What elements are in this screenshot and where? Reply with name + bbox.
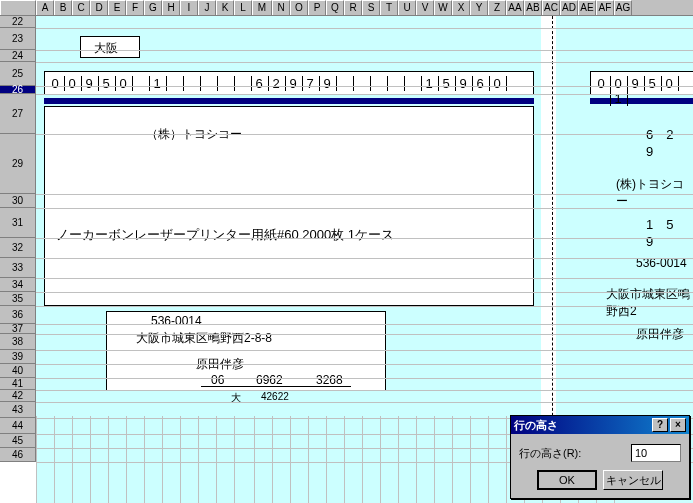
row-header-30[interactable]: 30 (0, 194, 36, 208)
col-header-K[interactable]: K (216, 0, 234, 15)
col-header-AE[interactable]: AE (578, 0, 596, 15)
col-header-N[interactable]: N (272, 0, 290, 15)
col-header-D[interactable]: D (90, 0, 108, 15)
ok-button[interactable]: OK (537, 470, 597, 490)
col-header-M[interactable]: M (252, 0, 272, 15)
row-header-35[interactable]: 35 (0, 292, 36, 306)
col-header-AB[interactable]: AB (524, 0, 542, 15)
col-header-P[interactable]: P (308, 0, 326, 15)
cell-phone1: 06 (211, 373, 224, 387)
row-header-27[interactable]: 27 (0, 94, 36, 134)
row-header-44[interactable]: 44 (0, 418, 36, 434)
col-header-I[interactable]: I (180, 0, 198, 15)
row-header-34[interactable]: 34 (0, 278, 36, 292)
row-header-43[interactable]: 43 (0, 402, 36, 418)
row-header-32[interactable]: 32 (0, 238, 36, 258)
col-header-G[interactable]: G (144, 0, 162, 15)
cell-osaka: 大阪 (94, 40, 118, 57)
cell-phone2: 6962 (256, 373, 283, 387)
close-button[interactable]: × (670, 418, 686, 432)
col-header-Z[interactable]: Z (488, 0, 506, 15)
col-header-R[interactable]: R (344, 0, 362, 15)
cell-r27r-num: 6 2 9 (646, 126, 693, 159)
col-header-O[interactable]: O (290, 0, 308, 15)
row-header-39[interactable]: 39 (0, 350, 36, 364)
row-header-26[interactable]: 26 (0, 86, 36, 94)
col-header-H[interactable]: H (162, 0, 180, 15)
col-header-X[interactable]: X (452, 0, 470, 15)
col-header-E[interactable]: E (108, 0, 126, 15)
row-header-23[interactable]: 23 (0, 28, 36, 50)
col-header-[interactable] (0, 0, 36, 15)
row-height-input[interactable] (631, 444, 681, 462)
cell-r31r-num: 1 5 9 (646, 216, 693, 249)
col-header-V[interactable]: V (416, 0, 434, 15)
row-header-42[interactable]: 42 (0, 390, 36, 402)
row-header-33[interactable]: 33 (0, 258, 36, 278)
row-header-41[interactable]: 41 (0, 378, 36, 390)
cell-phone3: 3268 (316, 373, 343, 387)
col-header-T[interactable]: T (380, 0, 398, 15)
row-headers: 2223242526272930313233343536373839404142… (0, 16, 36, 462)
row-header-25[interactable]: 25 (0, 62, 36, 86)
col-header-J[interactable]: J (198, 0, 216, 15)
col-header-F[interactable]: F (126, 0, 144, 15)
row-header-40[interactable]: 40 (0, 364, 36, 378)
col-header-U[interactable]: U (398, 0, 416, 15)
col-header-AF[interactable]: AF (596, 0, 614, 15)
row-header-22[interactable]: 22 (0, 16, 36, 28)
row-header-46[interactable]: 46 (0, 448, 36, 462)
row-height-label: 行の高さ(R): (519, 446, 631, 461)
col-header-AC[interactable]: AC (542, 0, 560, 15)
row-header-45[interactable]: 45 (0, 434, 36, 448)
row-header-37[interactable]: 37 (0, 324, 36, 334)
col-header-AA[interactable]: AA (506, 0, 524, 15)
cell-description: ノーカーボンレーザープリンター用紙#60 2000枚 1ケース (56, 226, 394, 244)
col-header-S[interactable]: S (362, 0, 380, 15)
row-header-24[interactable]: 24 (0, 50, 36, 62)
col-header-AG[interactable]: AG (614, 0, 632, 15)
col-header-W[interactable]: W (434, 0, 452, 15)
cell-r40-l2: 42622 (261, 391, 289, 402)
dialog-titlebar[interactable]: 行の高さ ? × (511, 416, 689, 434)
row-header-31[interactable]: 31 (0, 208, 36, 238)
dialog-title: 行の高さ (514, 418, 558, 433)
help-button[interactable]: ? (652, 418, 668, 432)
cell-r29r-company: (株)トヨシコー (616, 176, 693, 210)
col-header-Y[interactable]: Y (470, 0, 488, 15)
row-header-29[interactable]: 29 (0, 134, 36, 194)
col-header-AD[interactable]: AD (560, 0, 578, 15)
cell-r36-addr: 大阪市城東区鴫野西2-8-8 (136, 330, 272, 347)
column-headers: ABCDEFGHIJKLMNOPQRSTUVWXYZAAABACADAEAFAG (0, 0, 693, 16)
col-header-A[interactable]: A (36, 0, 54, 15)
col-header-C[interactable]: C (72, 0, 90, 15)
col-header-L[interactable]: L (234, 0, 252, 15)
cell-r35-post: 536-0014 (151, 314, 202, 328)
row-height-dialog: 行の高さ ? × 行の高さ(R): OK キャンセル (510, 415, 690, 499)
cancel-button[interactable]: キャンセル (603, 470, 663, 490)
row-header-38[interactable]: 38 (0, 334, 36, 350)
row-header-36[interactable]: 36 (0, 306, 36, 324)
col-header-B[interactable]: B (54, 0, 72, 15)
col-header-Q[interactable]: Q (326, 0, 344, 15)
